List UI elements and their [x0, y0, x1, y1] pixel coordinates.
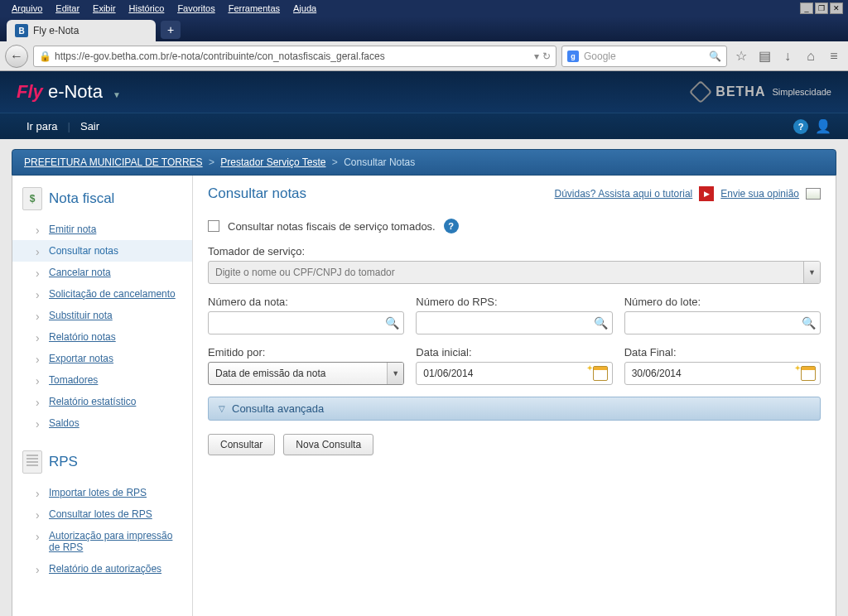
tab-favicon: B	[15, 24, 28, 37]
sidebar-item-consultar-notas[interactable]: Consultar notas	[12, 240, 192, 262]
search-icon[interactable]: 🔍	[709, 51, 721, 62]
numero-rps-label: Número do RPS:	[416, 296, 612, 308]
breadcrumb-prestador[interactable]: Prestador Serviço Teste	[220, 156, 325, 168]
sidebar-item-relatorio-autorizacoes[interactable]: Relatório de autorizações	[12, 558, 192, 580]
section-title-nota-fiscal: Nota fiscal	[49, 190, 114, 207]
menu-favoritos[interactable]: Favoritos	[171, 3, 221, 13]
checkbox-row: Consultar notas fiscais de serviço tomad…	[208, 214, 821, 245]
lock-icon: 🔒	[39, 51, 51, 62]
sidebar-item-cancelar-nota[interactable]: Cancelar nota	[12, 262, 192, 283]
calendar-icon-final[interactable]	[801, 366, 816, 381]
app-container: Fly e-Nota ▼ BETHA Simplescidade Ir para…	[0, 71, 848, 616]
sidebar-item-solicitacao-cancelamento[interactable]: Solicitação de cancelamento	[12, 283, 192, 305]
menu-editar[interactable]: Editar	[49, 3, 86, 13]
help-icon[interactable]: ?	[793, 119, 808, 134]
app-logo[interactable]: Fly e-Nota ▼	[17, 81, 121, 103]
browser-menubar: Arquivo Editar Exibir Histórico Favorito…	[0, 0, 848, 17]
search-box[interactable]: g Google 🔍	[561, 46, 727, 67]
play-icon[interactable]: ▶	[699, 186, 714, 201]
library-icon[interactable]: ▤	[755, 47, 773, 65]
google-icon: g	[567, 51, 579, 62]
chevron-down-icon: ▽	[219, 404, 225, 413]
main-panel: $ Nota fiscal Emitir nota Consultar nota…	[12, 176, 836, 616]
calendar-icon-inicial[interactable]	[593, 366, 608, 381]
new-tab-button[interactable]: +	[161, 21, 181, 39]
downloads-icon[interactable]: ↓	[778, 47, 797, 65]
sidebar-item-autorizacao-impressao[interactable]: Autorização para impressão de RPS	[12, 525, 192, 558]
nav-ir-para[interactable]: Ir para	[17, 120, 68, 132]
minimize-button[interactable]: _	[800, 2, 813, 14]
url-bar[interactable]: 🔒 https://e-gov.betha.com.br/e-nota/cont…	[33, 46, 556, 67]
bookmark-star-icon[interactable]: ☆	[732, 47, 750, 65]
browser-toolbar: ← 🔒 https://e-gov.betha.com.br/e-nota/co…	[0, 41, 848, 71]
sidebar-section-rps: RPS	[12, 447, 192, 482]
menu-historico[interactable]: Histórico	[123, 3, 171, 13]
sidebar-item-importar-lotes[interactable]: Importar lotes de RPS	[12, 482, 192, 503]
menu-arquivo[interactable]: Arquivo	[5, 3, 49, 13]
sidebar-item-consultar-lotes[interactable]: Consultar lotes de RPS	[12, 503, 192, 525]
url-text: https://e-gov.betha.com.br/e-nota/contri…	[55, 51, 385, 62]
header-links: Dúvidas? Assista aqui o tutorial ▶ Envie…	[555, 186, 822, 201]
restore-button[interactable]: ❐	[815, 2, 828, 14]
data-inicial-input[interactable]	[416, 362, 612, 385]
sidebar-item-exportar-notas[interactable]: Exportar notas	[12, 348, 192, 369]
numero-nota-input[interactable]	[208, 311, 404, 334]
breadcrumb-current: Consultar Notas	[344, 156, 415, 168]
main-content: Consultar notas Dúvidas? Assista aqui o …	[193, 176, 836, 616]
home-icon[interactable]: ⌂	[802, 47, 820, 65]
nova-consulta-button[interactable]: Nova Consulta	[283, 434, 373, 455]
app-header: Fly e-Nota ▼ BETHA Simplescidade	[0, 71, 848, 113]
sidebar-item-emitir-nota[interactable]: Emitir nota	[12, 219, 192, 240]
top-nav: Ir para | Sair ? 👤	[0, 113, 848, 139]
reload-icon[interactable]: ↻	[542, 51, 551, 62]
emitido-por-label: Emitido por:	[208, 346, 404, 359]
tomador-label: Tomador de serviço:	[208, 245, 821, 257]
search-icon-nota[interactable]: 🔍	[385, 316, 399, 330]
close-window-button[interactable]: ✕	[830, 2, 843, 14]
info-icon[interactable]: ?	[444, 219, 459, 233]
numero-lote-label: Número do lote:	[624, 296, 821, 308]
nav-sair[interactable]: Sair	[70, 120, 109, 132]
content-header: Consultar notas Dúvidas? Assista aqui o …	[208, 185, 821, 202]
consultar-button[interactable]: Consultar	[208, 434, 275, 455]
emitido-por-select[interactable]: Data de emissão da nota	[208, 362, 404, 385]
data-final-input[interactable]	[624, 362, 821, 385]
button-row: Consultar Nova Consulta	[208, 434, 821, 455]
opinion-link[interactable]: Envie sua opinião	[720, 188, 799, 200]
back-button[interactable]: ←	[5, 45, 28, 68]
emitido-dropdown-icon[interactable]: ▼	[387, 363, 403, 384]
menu-ferramentas[interactable]: Ferramentas	[222, 3, 287, 13]
sidebar-item-saldos[interactable]: Saldos	[12, 412, 192, 434]
advanced-search-toggle[interactable]: ▽ Consulta avançada	[208, 397, 821, 421]
numero-nota-label: Número da nota:	[208, 296, 404, 308]
betha-logo-icon	[689, 80, 712, 103]
logo-dropdown-icon[interactable]: ▼	[113, 90, 121, 99]
betha-brand: BETHA Simplescidade	[692, 84, 831, 100]
menu-exibir[interactable]: Exibir	[86, 3, 123, 13]
sidebar-item-relatorio-estatistico[interactable]: Relatório estatístico	[12, 391, 192, 412]
nota-fiscal-icon: $	[22, 187, 42, 210]
browser-tab[interactable]: B Fly e-Nota	[7, 20, 156, 41]
sidebar-item-substituir-nota[interactable]: Substituir nota	[12, 305, 192, 326]
search-icon-rps[interactable]: 🔍	[594, 316, 608, 330]
menu-ajuda[interactable]: Ajuda	[287, 3, 323, 13]
url-dropdown-icon[interactable]: ▾	[534, 51, 539, 62]
sidebar-item-relatorio-notas[interactable]: Relatório notas	[12, 326, 192, 348]
breadcrumb-prefeitura[interactable]: PREFEITURA MUNICIPAL DE TORRES	[24, 156, 203, 168]
data-final-label: Data Final:	[624, 346, 821, 359]
hamburger-menu-icon[interactable]: ≡	[825, 47, 843, 65]
tomador-input[interactable]	[208, 261, 821, 284]
mail-icon[interactable]	[806, 188, 821, 200]
sidebar-item-tomadores[interactable]: Tomadores	[12, 369, 192, 391]
numero-lote-input[interactable]	[624, 311, 821, 334]
consultar-tomados-checkbox[interactable]	[208, 220, 219, 232]
user-profile-icon[interactable]: 👤	[815, 118, 831, 134]
tutorial-link[interactable]: Dúvidas? Assista aqui o tutorial	[555, 188, 693, 200]
betha-tagline: Simplescidade	[772, 87, 831, 97]
search-icon-lote[interactable]: 🔍	[802, 316, 816, 330]
search-placeholder: Google	[584, 51, 616, 62]
tomador-dropdown-icon[interactable]: ▼	[803, 262, 820, 283]
star-icon-inicial: ✦	[586, 363, 593, 373]
numero-rps-input[interactable]	[416, 311, 612, 334]
checkbox-label: Consultar notas fiscais de serviço tomad…	[228, 220, 436, 233]
